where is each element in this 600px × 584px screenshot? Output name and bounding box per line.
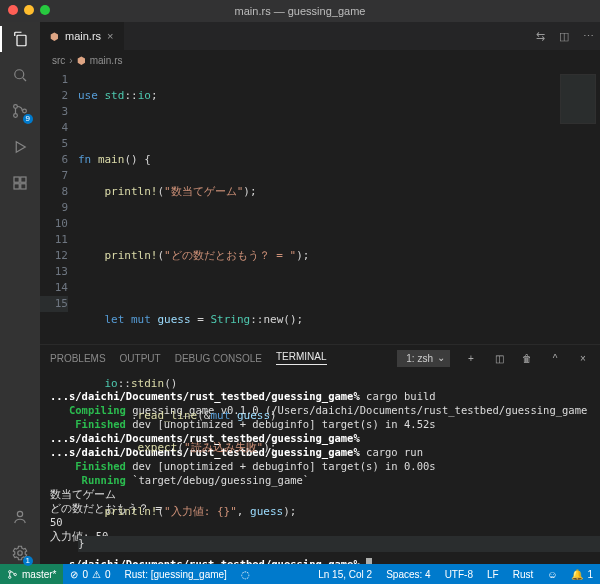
breadcrumb-file[interactable]: main.rs [90,55,123,66]
source-control-icon[interactable]: 9 [9,100,31,122]
editor-tabs: ⬢ main.rs × ⇆ ◫ ⋯ [40,22,600,50]
split-editor-icon[interactable]: ◫ [552,22,576,50]
titlebar: main.rs — guessing_game [0,0,600,22]
window-controls [8,5,50,15]
maximize-window-icon[interactable] [40,5,50,15]
window-title: main.rs — guessing_game [235,5,366,17]
breadcrumb[interactable]: src › ⬢ main.rs [40,50,600,70]
svg-point-12 [14,573,16,575]
explorer-icon[interactable] [9,28,31,50]
activity-bar: 9 1 [0,22,40,564]
svg-point-3 [23,109,27,113]
minimize-window-icon[interactable] [24,5,34,15]
close-icon[interactable]: × [107,30,113,42]
svg-point-8 [17,511,22,516]
svg-rect-4 [14,177,19,182]
scm-badge: 9 [23,114,33,124]
status-branch[interactable]: master* [0,564,63,584]
settings-badge: 1 [23,556,33,566]
chevron-right-icon: › [69,55,72,66]
more-actions-icon[interactable]: ⋯ [576,22,600,50]
settings-gear-icon[interactable]: 1 [9,542,31,564]
svg-rect-5 [21,177,26,182]
minimap[interactable] [560,74,596,124]
svg-point-0 [15,70,24,79]
extensions-icon[interactable] [9,172,31,194]
rust-file-icon: ⬢ [77,55,86,66]
svg-point-10 [9,570,11,572]
tab-label: main.rs [65,30,101,42]
svg-point-11 [9,576,11,578]
line-numbers: 123456789101112131415 [40,70,78,344]
rust-file-icon: ⬢ [50,31,59,42]
breadcrumb-folder[interactable]: src [52,55,65,66]
code-content[interactable]: use std::io; fn main() { println!("数当てゲー… [78,70,600,344]
tab-main-rs[interactable]: ⬢ main.rs × [40,22,125,50]
svg-point-1 [14,105,18,109]
accounts-icon[interactable] [9,506,31,528]
compare-changes-icon[interactable]: ⇆ [528,22,552,50]
search-icon[interactable] [9,64,31,86]
code-editor[interactable]: 123456789101112131415 use std::io; fn ma… [40,70,600,344]
svg-rect-6 [14,184,19,189]
terminal-shell-select[interactable]: 1: zsh [397,350,450,367]
close-window-icon[interactable] [8,5,18,15]
run-debug-icon[interactable] [9,136,31,158]
svg-rect-7 [21,184,26,189]
svg-point-2 [14,114,18,118]
svg-point-9 [18,551,23,556]
